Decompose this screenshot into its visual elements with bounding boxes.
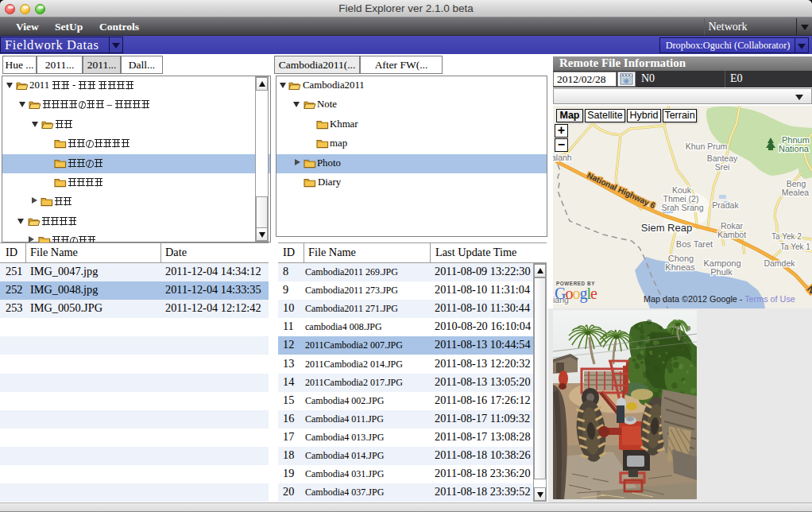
svg-text:Ta Yek 2: Ta Yek 2	[771, 232, 802, 241]
svg-text:Kambot: Kambot	[717, 230, 746, 239]
svg-text:Damdek: Damdek	[764, 258, 795, 268]
svg-text:alanh: alanh	[553, 153, 572, 162]
svg-text:Siem Reap: Siem Reap	[641, 222, 692, 234]
svg-text:Khun Prum: Khun Prum	[686, 142, 728, 151]
svg-text:Bos Taret: Bos Taret	[676, 239, 713, 249]
svg-text:Phulk: Phulk	[710, 267, 733, 277]
svg-text:Google: Google	[555, 285, 597, 303]
svg-text:Pradak: Pradak	[712, 200, 739, 210]
svg-text:Srei: Srei	[715, 162, 730, 172]
svg-text:Khneas: Khneas	[665, 262, 695, 272]
svg-text:Mealea: Mealea	[782, 188, 810, 197]
svg-text:Map data ©2012 Google - Terms: Map data ©2012 Google - Terms of Use	[644, 294, 795, 304]
svg-text:Ta Yek 1: Ta Yek 1	[780, 242, 810, 251]
svg-text:Nationa: Nationa	[779, 144, 810, 153]
svg-text:Srah Srang: Srah Srang	[661, 203, 703, 212]
